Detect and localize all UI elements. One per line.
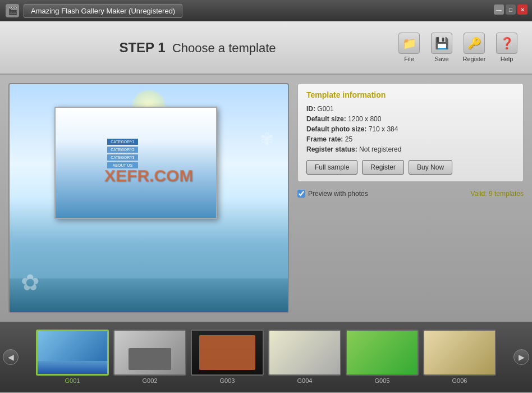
info-frame-rate-label: Frame rate:	[306, 135, 343, 143]
thumb-label-G005: G005	[375, 377, 390, 384]
info-id-label: ID:	[306, 105, 315, 113]
info-register-status: Register status: Not registered	[306, 145, 515, 153]
info-default-size-value: 1200 x 800	[348, 115, 381, 123]
header: STEP 1 Choose a template 📁 File 💾 Save 🔑…	[0, 21, 532, 75]
save-label: Save	[434, 56, 448, 62]
thumb-label-G002: G002	[143, 377, 158, 384]
thumbnail-strip: ◀ G001G002G003G004G005G006 ▶	[0, 322, 532, 392]
template-info-box: Template information ID: G001 Default si…	[297, 83, 524, 182]
thumb-image-G005	[346, 330, 419, 376]
preview-photos-checkbox[interactable]	[297, 190, 305, 198]
strip-prev-arrow[interactable]: ◀	[3, 349, 19, 365]
minimize-button[interactable]: —	[494, 4, 504, 15]
register-icon: 🔑	[464, 33, 485, 54]
preview-cat-2: CATEGORY2	[107, 147, 138, 153]
save-icon: 💾	[431, 33, 452, 54]
info-frame-rate-value: 25	[345, 135, 352, 143]
help-icon: ❓	[496, 33, 517, 54]
action-buttons: Full sample Register Buy Now	[306, 160, 515, 175]
preview-photos-checkbox-wrap: Preview with photos	[297, 190, 368, 198]
preview-cat-1: CATEGORY1	[107, 139, 138, 145]
app-title: Amazing Flash Gallery Maker (Unregistere…	[24, 4, 182, 18]
maximize-button[interactable]: □	[506, 4, 516, 15]
info-register-status-label: Register status:	[306, 145, 357, 153]
preview-photos-row: Preview with photos Valid: 9 templates	[297, 190, 524, 198]
step-number: STEP 1	[119, 40, 165, 55]
register-label: Register	[463, 56, 486, 62]
thumb-label-G003: G003	[220, 377, 235, 384]
info-default-size-label: Default size:	[306, 115, 346, 123]
ocean	[10, 278, 288, 312]
thumb-image-G002	[113, 330, 186, 376]
window-controls: — □ ✕	[494, 4, 528, 15]
full-sample-button[interactable]: Full sample	[306, 160, 357, 175]
main-content: CATEGORY1 CATEGORY2 CATEGORY3 ABOUT US X…	[0, 75, 532, 322]
flower-decoration: ✿	[21, 269, 40, 295]
info-photo-size: Default photo size: 710 x 384	[306, 125, 515, 133]
flower-decoration-2: ✾	[260, 129, 274, 149]
help-label: Help	[501, 56, 513, 62]
thumbnail-G005[interactable]: G005	[346, 330, 419, 384]
thumbnail-G004[interactable]: G004	[268, 330, 341, 384]
file-icon: 📁	[398, 33, 420, 54]
info-id: ID: G001	[306, 105, 515, 113]
title-bar: 🎬 Amazing Flash Gallery Maker (Unregiste…	[0, 0, 532, 21]
toolbar-help[interactable]: ❓ Help	[493, 33, 521, 62]
info-default-size: Default size: 1200 x 800	[306, 115, 515, 123]
thumbnail-G006[interactable]: G006	[423, 330, 496, 384]
toolbar-file[interactable]: 📁 File	[395, 33, 423, 62]
thumb-label-G001: G001	[65, 377, 80, 384]
info-frame-rate: Frame rate: 25	[306, 135, 515, 143]
step-description: Choose a template	[172, 41, 276, 55]
close-button[interactable]: ✕	[517, 4, 528, 15]
toolbar: 📁 File 💾 Save 🔑 Register ❓ Help	[395, 33, 532, 62]
step-title: STEP 1 Choose a template	[0, 40, 395, 56]
info-id-value: G001	[317, 105, 333, 113]
file-label: File	[404, 56, 414, 62]
preview-photos-label[interactable]: Preview with photos	[308, 190, 368, 198]
thumb-image-G003	[191, 330, 264, 376]
thumbnail-G003[interactable]: G003	[191, 330, 264, 384]
thumb-label-G006: G006	[452, 377, 467, 384]
valid-templates-count: Valid: 9 templates	[471, 190, 524, 198]
preview-cat-3: CATEGORY3	[107, 154, 138, 161]
thumb-image-G001	[36, 330, 109, 376]
thumb-image-G004	[268, 330, 341, 376]
preview-sidebar: CATEGORY1 CATEGORY2 CATEGORY3 ABOUT US	[107, 139, 138, 168]
toolbar-register[interactable]: 🔑 Register	[460, 33, 488, 62]
toolbar-save[interactable]: 💾 Save	[428, 33, 456, 62]
info-panel: Template information ID: G001 Default si…	[297, 83, 524, 313]
info-photo-size-label: Default photo size:	[306, 125, 366, 133]
thumb-list: G001G002G003G004G005G006	[19, 330, 513, 384]
preview-cat-4: ABOUT US	[107, 162, 138, 168]
info-register-status-value: Not registered	[359, 145, 401, 153]
thumb-image-G006	[423, 330, 496, 376]
template-info-title: Template information	[306, 90, 515, 99]
preview-frame: CATEGORY1 CATEGORY2 CATEGORY3 ABOUT US	[54, 107, 217, 219]
thumbnail-G001[interactable]: G001	[36, 330, 109, 384]
template-preview: CATEGORY1 CATEGORY2 CATEGORY3 ABOUT US X…	[8, 83, 289, 313]
app-icon: 🎬	[6, 4, 19, 17]
thumb-label-G004: G004	[297, 377, 313, 384]
strip-next-arrow[interactable]: ▶	[513, 349, 529, 365]
register-button[interactable]: Register	[362, 160, 404, 175]
thumbnail-G002[interactable]: G002	[113, 330, 186, 384]
buy-now-button[interactable]: Buy Now	[409, 160, 452, 175]
info-photo-size-value: 710 x 384	[369, 125, 398, 133]
